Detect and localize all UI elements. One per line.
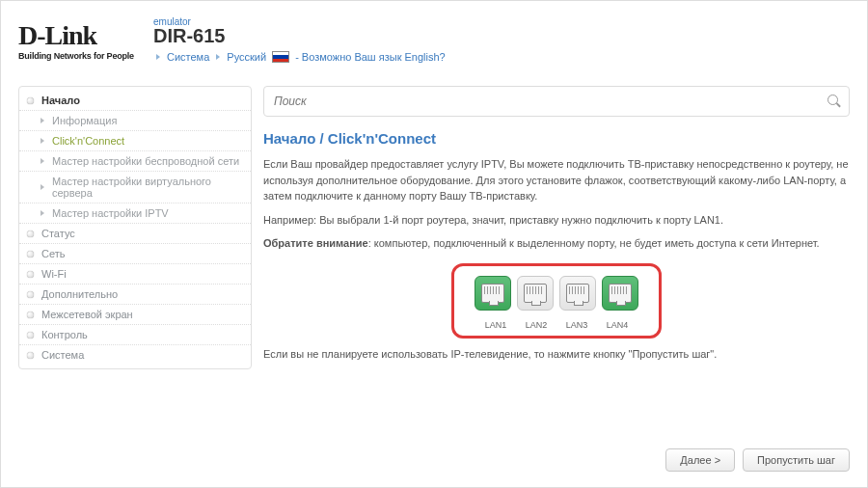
- bullet-icon: [27, 352, 34, 359]
- lan-port-2[interactable]: [517, 276, 554, 311]
- lan-ports-row: [460, 276, 653, 311]
- content-body: Если Ваш провайдер предоставляет услугу …: [263, 156, 850, 362]
- search-bar[interactable]: [263, 86, 850, 117]
- skip-hint-paragraph: Если вы не планируете использовать IP-те…: [263, 346, 850, 363]
- sidebar-item-label: Статус: [41, 228, 75, 239]
- lan-port-1[interactable]: [475, 276, 511, 311]
- sidebar-item-status[interactable]: Статус: [19, 224, 251, 244]
- note-label: Обратите внимание: [263, 237, 368, 249]
- next-button[interactable]: Далее >: [665, 448, 735, 472]
- lan-port-label: LAN3: [559, 320, 594, 330]
- sidebar-item-wifi[interactable]: Wi-Fi: [19, 264, 251, 285]
- chevron-right-icon: [41, 138, 44, 144]
- chevron-right-icon: [156, 54, 160, 60]
- sidebar-item-wifi-wizard[interactable]: Мастер настройки беспроводной сети: [19, 151, 251, 172]
- sidebar-item-label: Дополнительно: [41, 288, 118, 300]
- ethernet-jack-icon: [481, 284, 504, 303]
- ethernet-jack-icon: [609, 284, 632, 303]
- page-title: Начало / Click'n'Connect: [263, 130, 850, 147]
- wizard-buttons: Далее > Пропустить шаг: [665, 448, 850, 472]
- sidebar-item-label: Мастер настройки виртуального сервера: [52, 176, 243, 199]
- sidebar-item-iptv-wizard[interactable]: Мастер настройки IPTV: [19, 203, 251, 224]
- sidebar-item-vserver-wizard[interactable]: Мастер настройки виртуального сервера: [19, 172, 251, 203]
- masthead: emulator DIR-615 Система Русский - Возмо…: [144, 11, 446, 63]
- sidebar: Начало Информация Click'n'Connect Мастер…: [18, 86, 252, 369]
- sidebar-item-label: Мастер настройки IPTV: [52, 207, 169, 219]
- sidebar-item-label: Мастер настройки беспроводной сети: [52, 155, 239, 167]
- header: D-Link Building Networks for People emul…: [18, 11, 850, 80]
- lan-port-label: LAN1: [478, 320, 513, 330]
- sidebar-item-label: Сеть: [41, 248, 65, 259]
- bullet-icon: [27, 291, 34, 298]
- sidebar-item-info[interactable]: Информация: [19, 111, 251, 131]
- sidebar-item-firewall[interactable]: Межсетевой экран: [19, 305, 251, 325]
- bullet-icon: [27, 271, 34, 278]
- app-window: D-Link Building Networks for People emul…: [0, 0, 868, 488]
- lan-labels-row: LAN1 LAN2 LAN3 LAN4: [460, 320, 653, 330]
- skip-button[interactable]: Пропустить шаг: [743, 448, 850, 472]
- sidebar-item-label: Контроль: [41, 329, 88, 340]
- model-name: DIR-615: [153, 25, 446, 47]
- lan-port-label: LAN2: [519, 320, 554, 330]
- lan-port-4[interactable]: [602, 276, 638, 311]
- breadcrumb: Система Русский - Возможно Ваш язык Engl…: [153, 51, 446, 63]
- breadcrumb-language[interactable]: Русский: [227, 51, 266, 63]
- breadcrumb-system[interactable]: Система: [167, 51, 209, 63]
- sidebar-item-label: Информация: [52, 115, 117, 126]
- brand-tagline: Building Networks for People: [18, 51, 144, 61]
- bullet-icon: [27, 332, 34, 339]
- search-icon[interactable]: [827, 95, 841, 108]
- bullet-icon: [27, 251, 34, 258]
- note-text: : компьютер, подключенный к выделенному …: [368, 237, 820, 249]
- search-input[interactable]: [272, 94, 827, 109]
- example-paragraph: Например: Вы выбрали 1-й порт роутера, з…: [263, 212, 850, 229]
- sidebar-item-start[interactable]: Начало: [19, 91, 251, 111]
- lan-ports-selector: LAN1 LAN2 LAN3 LAN4: [451, 263, 662, 339]
- chevron-right-icon: [41, 118, 44, 123]
- language-hint[interactable]: - Возможно Ваш язык English?: [295, 51, 446, 63]
- brand-name: D-Link: [18, 20, 144, 51]
- ethernet-jack-icon: [524, 284, 547, 303]
- intro-paragraph: Если Ваш провайдер предоставляет услугу …: [263, 156, 850, 204]
- sidebar-item-label: Система: [41, 349, 84, 361]
- sidebar-item-label: Click'n'Connect: [52, 135, 124, 147]
- sidebar-item-system[interactable]: Система: [19, 345, 251, 365]
- sidebar-item-label: Межсетевой экран: [41, 309, 133, 320]
- sidebar-item-click-n-connect[interactable]: Click'n'Connect: [19, 131, 251, 151]
- chevron-right-icon: [41, 158, 44, 164]
- note-paragraph: Обратите внимание: компьютер, подключенн…: [263, 235, 850, 252]
- sidebar-item-net[interactable]: Сеть: [19, 244, 251, 264]
- chevron-right-icon: [216, 54, 220, 60]
- brand-logo: D-Link Building Networks for People: [18, 11, 144, 61]
- sidebar-item-advanced[interactable]: Дополнительно: [19, 285, 251, 305]
- bullet-icon: [27, 97, 34, 104]
- lan-port-3[interactable]: [559, 276, 596, 311]
- lan-port-label: LAN4: [600, 320, 635, 330]
- bullet-icon: [27, 312, 34, 318]
- chevron-right-icon: [41, 210, 44, 216]
- body: Начало Информация Click'n'Connect Мастер…: [18, 86, 850, 369]
- ethernet-jack-icon: [566, 284, 589, 303]
- main-content: Начало / Click'n'Connect Если Ваш провай…: [252, 86, 850, 369]
- chevron-right-icon: [41, 184, 44, 190]
- bullet-icon: [27, 230, 34, 237]
- sidebar-item-label: Начало: [41, 95, 80, 106]
- sidebar-item-label: Wi-Fi: [41, 268, 67, 280]
- flag-russia-icon: [272, 51, 289, 63]
- sidebar-item-control[interactable]: Контроль: [19, 325, 251, 345]
